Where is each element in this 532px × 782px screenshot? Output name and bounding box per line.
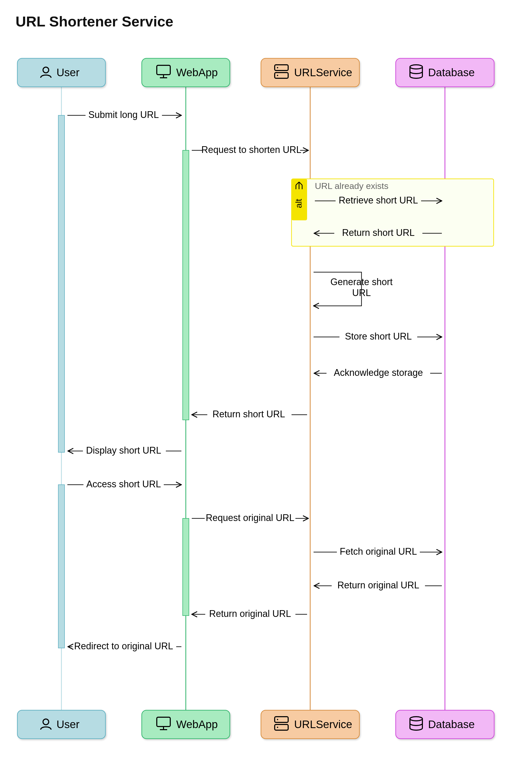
activation-user-2 xyxy=(58,485,65,648)
svg-point-53 xyxy=(277,727,278,728)
sequence-diagram: User WebApp URLService Database xyxy=(0,0,532,782)
actor-database-top: Database xyxy=(396,58,494,87)
msg-display-short-url: Display short URL xyxy=(68,445,181,456)
msg-return-original-url-db: Return original URL xyxy=(314,580,442,591)
actor-database-bottom: Database xyxy=(396,710,494,739)
actor-webapp-label: WebApp xyxy=(176,718,218,731)
actor-user-bottom: User xyxy=(17,710,105,739)
actor-user-label: User xyxy=(57,66,79,78)
svg-point-10 xyxy=(277,75,278,76)
msg-label: Retrieve short URL xyxy=(339,195,418,206)
actor-service-label: URLService xyxy=(294,718,352,731)
msg-generate-short-url: Generate short URL xyxy=(314,272,393,306)
msg-fetch-original-url: Fetch original URL xyxy=(314,546,442,557)
msg-label: Access short URL xyxy=(86,479,161,489)
msg-store-short-url: Store short URL xyxy=(314,331,442,342)
actor-webapp-bottom: WebApp xyxy=(142,710,230,739)
actor-service-label: URLService xyxy=(294,66,352,78)
msg-label: Display short URL xyxy=(86,445,161,456)
actor-webapp-top: WebApp xyxy=(142,58,230,87)
msg-label: Return short URL xyxy=(212,409,285,419)
msg-access-short-url: Access short URL xyxy=(67,479,181,489)
activation-webapp-1 xyxy=(183,150,189,420)
msg-label: Submit long URL xyxy=(88,109,159,120)
msg-redirect-original-url: Redirect to original URL xyxy=(68,641,181,651)
msg-label: Acknowledge storage xyxy=(334,367,423,378)
msg-return-original-url-svc: Return original URL xyxy=(192,608,307,619)
alt-title: URL already exists xyxy=(315,181,388,191)
msg-label: Generate short xyxy=(330,277,393,287)
msg-label: Return short URL xyxy=(342,227,415,238)
actor-database-label: Database xyxy=(428,66,475,78)
msg-label: Request original URL xyxy=(206,512,294,523)
msg-label: Store short URL xyxy=(345,331,412,342)
msg-return-short-url: Return short URL xyxy=(192,409,307,419)
actor-database-label: Database xyxy=(428,718,475,731)
actor-webapp-label: WebApp xyxy=(176,66,218,78)
msg-request-original-url: Request original URL xyxy=(192,512,308,523)
activation-user-1 xyxy=(58,115,65,452)
msg-label: Redirect to original URL xyxy=(74,641,173,651)
svg-point-9 xyxy=(277,67,278,68)
actor-service-bottom: URLService xyxy=(261,710,359,739)
activation-webapp-2 xyxy=(183,519,189,615)
svg-point-52 xyxy=(277,719,278,720)
msg-label: Request to shorten URL xyxy=(201,144,302,155)
msg-request-shorten: Request to shorten URL xyxy=(192,144,308,155)
msg-label: Fetch original URL xyxy=(340,546,417,557)
actor-user-top: User xyxy=(17,58,105,87)
msg-submit-long-url: Submit long URL xyxy=(67,109,181,120)
msg-label: URL xyxy=(352,287,371,298)
actor-service-top: URLService xyxy=(261,58,359,87)
msg-label: Return original URL xyxy=(338,580,419,591)
msg-ack-storage: Acknowledge storage xyxy=(314,367,442,378)
alt-tab-label: alt xyxy=(294,199,304,208)
actor-user-label: User xyxy=(57,718,79,731)
msg-label: Return original URL xyxy=(209,608,291,619)
